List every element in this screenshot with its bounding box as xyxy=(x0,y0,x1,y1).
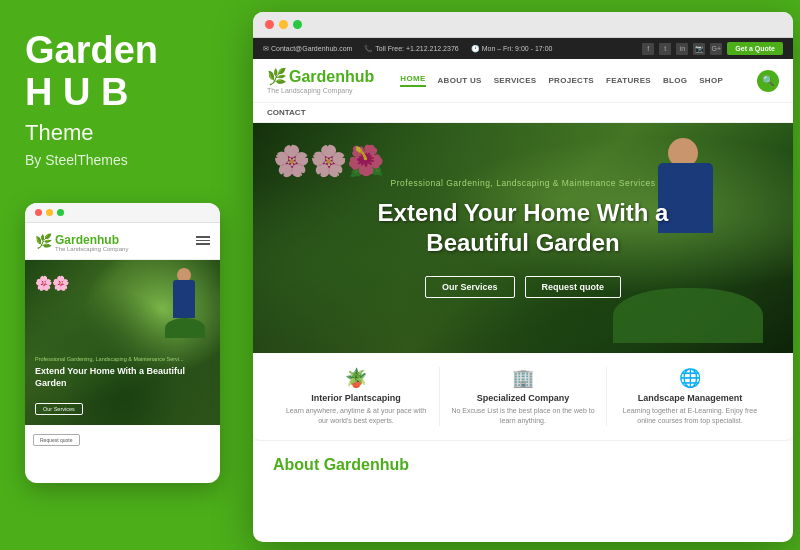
nav-services[interactable]: SERVICES xyxy=(494,76,537,85)
mobile-person-figure xyxy=(165,268,205,338)
info-bar-right: f t in 📷 G+ Get a Quote xyxy=(642,42,783,55)
mobile-headline: Extend Your Home With a Beautiful Garden xyxy=(35,366,210,389)
theme-title: Garden H U B xyxy=(25,30,220,114)
browser-dot-red xyxy=(265,20,274,29)
main-nav: 🌿 Gardenhub The Landscaping Company HOME… xyxy=(253,59,793,103)
gplus-icon[interactable]: G+ xyxy=(710,43,722,55)
mobile-flowers: 🌸🌸 xyxy=(35,275,69,291)
twitter-icon[interactable]: t xyxy=(659,43,671,55)
theme-author: By SteelThemes xyxy=(25,152,220,168)
browser-dot-green xyxy=(293,20,302,29)
phone-info: 📞 Toll Free: +1.212.212.2376 xyxy=(364,45,458,53)
mobile-logo-text: Gardenhub xyxy=(55,233,119,247)
company-icon: 🏢 xyxy=(450,367,596,389)
feature-landscape: 🌐 Landscape Management Learning together… xyxy=(607,367,773,426)
linkedin-icon[interactable]: in xyxy=(676,43,688,55)
hours-info: 🕐 Mon – Fri: 9:00 - 17:00 xyxy=(471,45,553,53)
feature-landscape-desc: Learning together at E-Learning. Enjoy f… xyxy=(617,406,763,426)
mobile-tagline: Professional Gardening, Landscaping & Ma… xyxy=(35,356,210,362)
hero-quote-button[interactable]: Request quote xyxy=(525,276,622,298)
get-quote-button[interactable]: Get a Quote xyxy=(727,42,783,55)
mobile-request-button[interactable]: Request quote xyxy=(33,434,80,446)
about-section: About Gardenhub xyxy=(253,441,793,489)
logo-text: Gardenhub xyxy=(289,68,374,86)
nav-row2: CONTACT xyxy=(253,103,793,123)
facebook-icon[interactable]: f xyxy=(642,43,654,55)
about-title: About Gardenhub xyxy=(273,456,773,474)
hero-tagline: Professional Gardening, Landscaping & Ma… xyxy=(378,178,669,188)
mobile-hamburger-icon[interactable] xyxy=(196,236,210,245)
mobile-dot-red xyxy=(35,209,42,216)
logo-top: 🌿 Gardenhub xyxy=(267,67,374,86)
mobile-dot-green xyxy=(57,209,64,216)
hero-title: Extend Your Home With a Beautiful Garden xyxy=(378,198,669,258)
mobile-logo: 🌿 Gardenhub The Landscaping Company xyxy=(35,230,128,252)
theme-subtitle: Theme xyxy=(25,120,220,146)
feature-landscape-title: Landscape Management xyxy=(617,393,763,403)
mobile-services-button[interactable]: Our Services xyxy=(35,403,83,415)
landscape-icon: 🌐 xyxy=(617,367,763,389)
feature-company-desc: No Excuse List is the best place on the … xyxy=(450,406,596,426)
browser-dot-yellow xyxy=(279,20,288,29)
mobile-leaf-icon: 🌿 xyxy=(35,233,52,249)
feature-company: 🏢 Specialized Company No Excuse List is … xyxy=(440,367,607,426)
desktop-preview: ✉ Contact@Gardenhub.com 📞 Toll Free: +1.… xyxy=(253,12,793,542)
hero-content: Professional Gardening, Landscaping & Ma… xyxy=(338,178,709,298)
nav-features[interactable]: FEATURES xyxy=(606,76,651,85)
info-bar: ✉ Contact@Gardenhub.com 📞 Toll Free: +1.… xyxy=(253,38,793,59)
mobile-nav: 🌿 Gardenhub The Landscaping Company xyxy=(25,223,220,260)
nav-logo: 🌿 Gardenhub The Landscaping Company xyxy=(267,67,374,94)
left-panel: Garden H U B Theme By SteelThemes 🌿 Gard… xyxy=(0,0,245,550)
email-info: ✉ Contact@Gardenhub.com xyxy=(263,45,352,53)
search-button[interactable]: 🔍 xyxy=(757,70,779,92)
feature-plantscaping-desc: Learn anywhere, anytime & at your pace w… xyxy=(283,406,429,426)
mobile-hero: 🌸🌸 Professional Gardening, Landscaping &… xyxy=(25,260,220,425)
mobile-preview-card: 🌿 Gardenhub The Landscaping Company xyxy=(25,203,220,483)
mobile-dot-yellow xyxy=(46,209,53,216)
nav-contact[interactable]: CONTACT xyxy=(267,108,306,117)
nav-home[interactable]: HOME xyxy=(400,74,425,87)
instagram-icon[interactable]: 📷 xyxy=(693,43,705,55)
hero-buttons: Our Services Request quote xyxy=(378,276,669,298)
mobile-hero-content: Professional Gardening, Landscaping & Ma… xyxy=(35,356,210,414)
logo-leaf-icon: 🌿 xyxy=(267,67,287,86)
feature-plantscaping-title: Interior Plantscaping xyxy=(283,393,429,403)
hero-flowers: 🌸🌸🌺 xyxy=(273,143,384,178)
hero-services-button[interactable]: Our Services xyxy=(425,276,515,298)
mobile-bottom: Request quote xyxy=(25,425,220,451)
hero-section: 🌸🌸🌺 Professional Gardening, Landscaping … xyxy=(253,123,793,353)
info-bar-left: ✉ Contact@Gardenhub.com 📞 Toll Free: +1.… xyxy=(263,45,552,53)
nav-projects[interactable]: PROJECTS xyxy=(548,76,594,85)
mobile-browser-chrome xyxy=(25,203,220,223)
features-strip: 🪴 Interior Plantscaping Learn anywhere, … xyxy=(253,353,793,441)
browser-chrome xyxy=(253,12,793,38)
feature-plantscaping: 🪴 Interior Plantscaping Learn anywhere, … xyxy=(273,367,440,426)
plantscaping-icon: 🪴 xyxy=(283,367,429,389)
mobile-logo-tagline: The Landscaping Company xyxy=(55,246,128,252)
nav-blog[interactable]: BLOG xyxy=(663,76,687,85)
nav-about[interactable]: ABOUT US xyxy=(438,76,482,85)
logo-tagline: The Landscaping Company xyxy=(267,87,374,94)
nav-items: HOME ABOUT US SERVICES PROJECTS FEATURES… xyxy=(400,74,741,87)
feature-company-title: Specialized Company xyxy=(450,393,596,403)
nav-shop[interactable]: SHOP xyxy=(699,76,723,85)
